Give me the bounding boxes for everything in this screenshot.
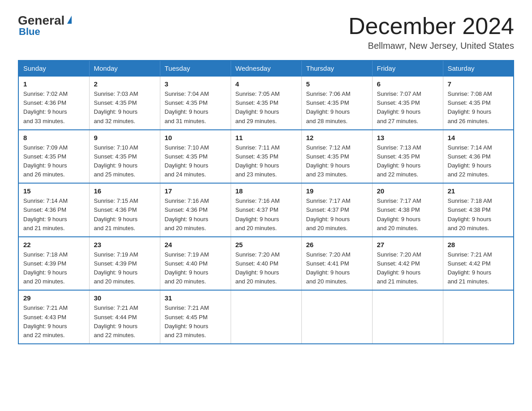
day-number: 26 — [306, 241, 368, 248]
weekday-header-monday: Monday — [89, 60, 160, 76]
day-number: 13 — [377, 134, 438, 141]
day-number: 9 — [94, 134, 155, 141]
day-info: Sunrise: 7:03 AMSunset: 4:35 PMDaylight:… — [94, 90, 155, 126]
day-number: 8 — [23, 134, 85, 141]
calendar-cell: 11Sunrise: 7:11 AMSunset: 4:35 PMDayligh… — [231, 130, 301, 184]
day-info: Sunrise: 7:07 AMSunset: 4:35 PMDaylight:… — [377, 90, 438, 126]
day-info: Sunrise: 7:14 AMSunset: 4:36 PMDaylight:… — [448, 143, 509, 180]
calendar-cell: 4Sunrise: 7:05 AMSunset: 4:35 PMDaylight… — [231, 76, 301, 130]
day-number: 4 — [236, 80, 297, 88]
day-info: Sunrise: 7:19 AMSunset: 4:40 PMDaylight:… — [165, 250, 226, 287]
calendar-cell: 23Sunrise: 7:19 AMSunset: 4:39 PMDayligh… — [89, 237, 160, 291]
day-info: Sunrise: 7:20 AMSunset: 4:40 PMDaylight:… — [236, 250, 297, 287]
calendar-cell: 24Sunrise: 7:19 AMSunset: 4:40 PMDayligh… — [160, 237, 231, 291]
calendar-cell: 14Sunrise: 7:14 AMSunset: 4:36 PMDayligh… — [443, 130, 514, 184]
calendar-cell: 1Sunrise: 7:02 AMSunset: 4:36 PMDaylight… — [18, 76, 89, 130]
day-number: 24 — [165, 241, 226, 248]
day-number: 21 — [448, 187, 509, 195]
calendar-cell: 7Sunrise: 7:08 AMSunset: 4:35 PMDaylight… — [443, 76, 514, 130]
day-number: 28 — [448, 241, 509, 248]
day-info: Sunrise: 7:18 AMSunset: 4:38 PMDaylight:… — [448, 197, 509, 233]
calendar-cell: 31Sunrise: 7:21 AMSunset: 4:45 PMDayligh… — [160, 290, 231, 344]
day-number: 10 — [165, 134, 226, 141]
day-number: 18 — [236, 187, 297, 195]
calendar-cell: 26Sunrise: 7:20 AMSunset: 4:41 PMDayligh… — [301, 237, 372, 291]
day-info: Sunrise: 7:15 AMSunset: 4:36 PMDaylight:… — [94, 197, 155, 233]
calendar-cell: 30Sunrise: 7:21 AMSunset: 4:44 PMDayligh… — [89, 290, 160, 344]
day-number: 11 — [236, 134, 297, 141]
title-section: December 2024 Bellmawr, New Jersey, Unit… — [348, 13, 514, 51]
day-info: Sunrise: 7:19 AMSunset: 4:39 PMDaylight:… — [94, 250, 155, 287]
day-info: Sunrise: 7:21 AMSunset: 4:43 PMDaylight:… — [23, 304, 85, 340]
day-number: 3 — [165, 80, 226, 88]
calendar-cell: 9Sunrise: 7:10 AMSunset: 4:35 PMDaylight… — [89, 130, 160, 184]
calendar-cell — [301, 290, 372, 344]
calendar-week-row: 15Sunrise: 7:14 AMSunset: 4:36 PMDayligh… — [18, 183, 514, 237]
calendar-cell: 10Sunrise: 7:10 AMSunset: 4:35 PMDayligh… — [160, 130, 231, 184]
calendar-cell: 3Sunrise: 7:04 AMSunset: 4:35 PMDaylight… — [160, 76, 231, 130]
day-number: 22 — [23, 241, 85, 248]
day-number: 17 — [165, 187, 226, 195]
calendar-week-row: 22Sunrise: 7:18 AMSunset: 4:39 PMDayligh… — [18, 237, 514, 291]
calendar-cell: 29Sunrise: 7:21 AMSunset: 4:43 PMDayligh… — [18, 290, 89, 344]
calendar-cell: 18Sunrise: 7:16 AMSunset: 4:37 PMDayligh… — [231, 183, 301, 237]
day-info: Sunrise: 7:10 AMSunset: 4:35 PMDaylight:… — [165, 143, 226, 180]
day-info: Sunrise: 7:12 AMSunset: 4:35 PMDaylight:… — [306, 143, 368, 180]
calendar-cell: 6Sunrise: 7:07 AMSunset: 4:35 PMDaylight… — [372, 76, 443, 130]
day-info: Sunrise: 7:11 AMSunset: 4:35 PMDaylight:… — [236, 143, 297, 180]
calendar-cell: 25Sunrise: 7:20 AMSunset: 4:40 PMDayligh… — [231, 237, 301, 291]
calendar-cell: 21Sunrise: 7:18 AMSunset: 4:38 PMDayligh… — [443, 183, 514, 237]
calendar-cell — [231, 290, 301, 344]
day-info: Sunrise: 7:17 AMSunset: 4:37 PMDaylight:… — [306, 197, 368, 233]
day-number: 27 — [377, 241, 438, 248]
calendar-week-row: 1Sunrise: 7:02 AMSunset: 4:36 PMDaylight… — [18, 76, 514, 130]
day-info: Sunrise: 7:20 AMSunset: 4:42 PMDaylight:… — [377, 250, 438, 287]
day-number: 7 — [448, 80, 509, 88]
calendar-cell: 16Sunrise: 7:15 AMSunset: 4:36 PMDayligh… — [89, 183, 160, 237]
day-number: 5 — [306, 80, 368, 88]
day-number: 12 — [306, 134, 368, 141]
day-info: Sunrise: 7:04 AMSunset: 4:35 PMDaylight:… — [165, 90, 226, 126]
calendar-cell: 27Sunrise: 7:20 AMSunset: 4:42 PMDayligh… — [372, 237, 443, 291]
day-info: Sunrise: 7:20 AMSunset: 4:41 PMDaylight:… — [306, 250, 368, 287]
day-info: Sunrise: 7:13 AMSunset: 4:35 PMDaylight:… — [377, 143, 438, 180]
calendar-cell: 19Sunrise: 7:17 AMSunset: 4:37 PMDayligh… — [301, 183, 372, 237]
day-info: Sunrise: 7:16 AMSunset: 4:36 PMDaylight:… — [165, 197, 226, 233]
day-number: 20 — [377, 187, 438, 195]
weekday-header-thursday: Thursday — [301, 60, 372, 76]
logo-triangle-icon — [67, 16, 72, 24]
logo-blue-text: Blue — [19, 26, 40, 38]
weekday-header-saturday: Saturday — [443, 60, 514, 76]
location-text: Bellmawr, New Jersey, United States — [348, 41, 514, 51]
calendar-cell: 2Sunrise: 7:03 AMSunset: 4:35 PMDaylight… — [89, 76, 160, 130]
day-info: Sunrise: 7:21 AMSunset: 4:44 PMDaylight:… — [94, 304, 155, 340]
day-info: Sunrise: 7:06 AMSunset: 4:35 PMDaylight:… — [306, 90, 368, 126]
day-info: Sunrise: 7:21 AMSunset: 4:42 PMDaylight:… — [448, 250, 509, 287]
calendar-cell — [443, 290, 514, 344]
day-info: Sunrise: 7:17 AMSunset: 4:38 PMDaylight:… — [377, 197, 438, 233]
day-number: 25 — [236, 241, 297, 248]
day-info: Sunrise: 7:16 AMSunset: 4:37 PMDaylight:… — [236, 197, 297, 233]
calendar-cell: 28Sunrise: 7:21 AMSunset: 4:42 PMDayligh… — [443, 237, 514, 291]
calendar-cell: 15Sunrise: 7:14 AMSunset: 4:36 PMDayligh… — [18, 183, 89, 237]
weekday-header-friday: Friday — [372, 60, 443, 76]
day-number: 19 — [306, 187, 368, 195]
calendar-week-row: 29Sunrise: 7:21 AMSunset: 4:43 PMDayligh… — [18, 290, 514, 344]
calendar-cell: 13Sunrise: 7:13 AMSunset: 4:35 PMDayligh… — [372, 130, 443, 184]
calendar-cell: 12Sunrise: 7:12 AMSunset: 4:35 PMDayligh… — [301, 130, 372, 184]
weekday-header-tuesday: Tuesday — [160, 60, 231, 76]
calendar-header-row: SundayMondayTuesdayWednesdayThursdayFrid… — [18, 60, 514, 76]
weekday-header-sunday: Sunday — [18, 60, 89, 76]
day-info: Sunrise: 7:18 AMSunset: 4:39 PMDaylight:… — [23, 250, 85, 287]
day-number: 15 — [23, 187, 85, 195]
page-header: General Blue December 2024 Bellmawr, New… — [18, 13, 514, 51]
calendar-week-row: 8Sunrise: 7:09 AMSunset: 4:35 PMDaylight… — [18, 130, 514, 184]
day-info: Sunrise: 7:08 AMSunset: 4:35 PMDaylight:… — [448, 90, 509, 126]
day-info: Sunrise: 7:14 AMSunset: 4:36 PMDaylight:… — [23, 197, 85, 233]
month-title: December 2024 — [348, 13, 514, 39]
calendar-cell: 20Sunrise: 7:17 AMSunset: 4:38 PMDayligh… — [372, 183, 443, 237]
weekday-header-wednesday: Wednesday — [231, 60, 301, 76]
day-number: 16 — [94, 187, 155, 195]
logo: General Blue — [18, 13, 72, 38]
calendar-cell: 22Sunrise: 7:18 AMSunset: 4:39 PMDayligh… — [18, 237, 89, 291]
